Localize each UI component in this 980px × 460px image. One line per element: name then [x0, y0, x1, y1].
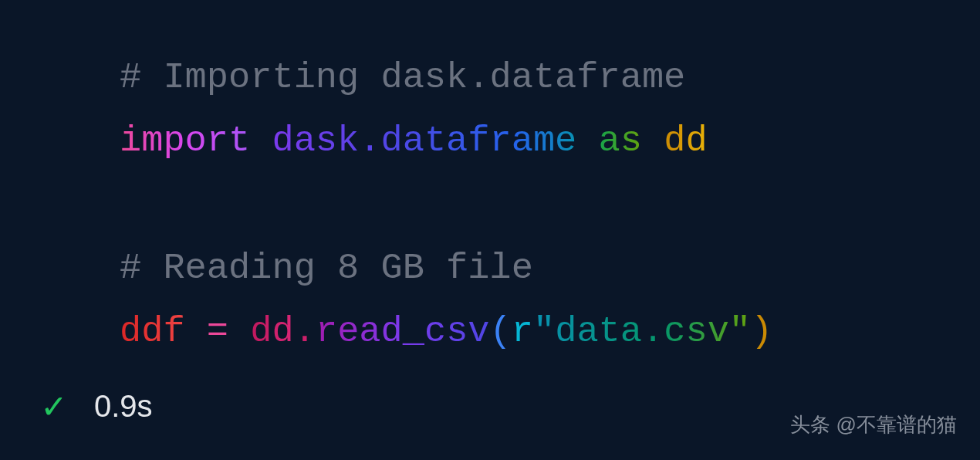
raw-prefix: r — [512, 311, 533, 352]
comment-text: # Importing dask.dataframe — [120, 57, 685, 98]
blank-line — [120, 174, 980, 237]
paren-close: ) — [751, 311, 772, 352]
equals-operator: = — [207, 311, 228, 352]
as-keyword: as — [599, 120, 642, 161]
success-checkmark-icon: ✓ — [42, 384, 65, 429]
method-name: read_csv — [316, 311, 490, 352]
variable-name: ddf — [120, 311, 185, 352]
object-reference: dd — [250, 311, 293, 352]
watermark-text: 头条 @不靠谱的猫 — [790, 411, 957, 438]
code-line-import: import dask.dataframe as dd — [120, 110, 980, 173]
code-line-comment-2: # Reading 8 GB file — [120, 237, 980, 300]
code-line-assignment: ddf = dd.read_csv(r"data.csv") — [120, 300, 980, 364]
comment-text: # Reading 8 GB file — [120, 248, 533, 289]
module-name: dask.dataframe — [272, 120, 576, 161]
code-block: # Importing dask.dataframe import dask.d… — [0, 0, 980, 364]
import-keyword: import — [120, 120, 250, 161]
paren-open: ( — [490, 311, 512, 352]
code-line-comment-1: # Importing dask.dataframe — [120, 46, 980, 110]
string-literal: "data.csv" — [533, 311, 751, 352]
execution-time: 0.9s — [94, 389, 153, 424]
dot-operator: . — [294, 311, 316, 352]
alias-name: dd — [664, 120, 707, 161]
execution-status: ✓ 0.9s — [42, 384, 153, 429]
